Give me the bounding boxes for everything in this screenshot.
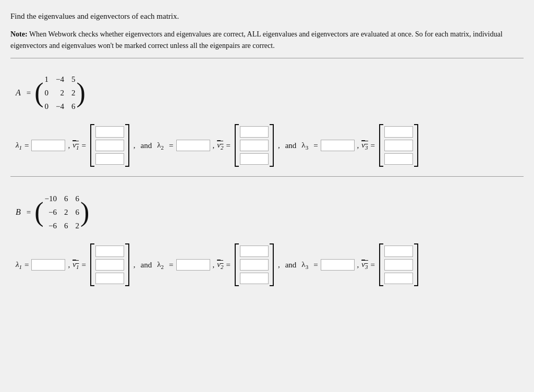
b-cell-02: 6 [76, 192, 80, 205]
a-cell-02: 5 [71, 73, 76, 85]
bracket-right-b3 [414, 243, 418, 286]
bracket-left [90, 124, 94, 167]
b-cell-20: −6 [45, 219, 57, 232]
a-cell-11: 2 [56, 87, 64, 99]
bracket-right [125, 124, 129, 167]
bracket-right-b2 [270, 243, 274, 286]
matrix-b-paren: ( −10 6 6 −6 2 6 −6 6 2 ) [33, 192, 90, 232]
lambda3-b-input[interactable] [321, 259, 355, 271]
bracket-left-b1 [90, 243, 94, 286]
b-cell-01: 6 [64, 192, 68, 205]
lambda1-b-item: λ1 = [16, 259, 65, 271]
matrix-a-paren: ( 1 −4 5 0 2 2 0 −4 6 ) [33, 73, 87, 113]
v1-inputs [94, 124, 125, 167]
b-cell-10: −6 [45, 206, 57, 218]
note-text: When Webwork checks whether eigenvectors… [10, 30, 503, 50]
and-3: and [141, 261, 152, 270]
v3-item: v3 = [361, 124, 420, 167]
note-label: Note: [10, 30, 28, 38]
v2-b-bracket [235, 243, 274, 286]
v2-bracket [235, 124, 274, 167]
bracket-left-b2 [235, 243, 239, 286]
bracket-left-b3 [379, 243, 383, 286]
v1-b-item: v1 = [72, 243, 131, 286]
v3-b-input2[interactable] [384, 259, 413, 271]
v2-item: v2 = [217, 124, 275, 167]
a-cell-20: 0 [45, 100, 49, 113]
v1-a-input1[interactable] [95, 126, 124, 138]
a-cell-01: −4 [56, 73, 64, 85]
and-1: and [141, 141, 152, 150]
v2-a-input1[interactable] [240, 126, 269, 138]
v3-b-inputs [383, 243, 414, 286]
v3-bracket [379, 124, 418, 167]
lambda3-a-input[interactable] [321, 140, 355, 151]
divider-1 [10, 58, 524, 58]
instructions: Find the eigenvalues and eigenvectors of… [10, 10, 524, 22]
and-4: and [285, 261, 297, 270]
matrix-b-section: B = ( −10 6 6 −6 2 6 −6 6 2 ) λ1 = , [10, 187, 524, 286]
v1-a-input2[interactable] [95, 140, 124, 151]
divider-2 [10, 176, 524, 177]
b-cell-00: −10 [45, 192, 57, 205]
v2-a-input2[interactable] [240, 140, 269, 151]
v1-b-input1[interactable] [95, 246, 124, 257]
v1-b-inputs [94, 243, 125, 286]
b-cell-11: 2 [64, 206, 68, 218]
v1-b-input3[interactable] [95, 273, 124, 284]
bracket-right-2 [270, 124, 274, 167]
v1-bracket [90, 124, 129, 167]
v2-b-input1[interactable] [240, 246, 269, 257]
matrix-b-display: B = ( −10 6 6 −6 2 6 −6 6 2 ) [16, 192, 90, 232]
lambda1-item: λ1 = [16, 140, 65, 151]
note: Note: When Webwork checks whether eigenv… [10, 29, 524, 52]
v3-a-input3[interactable] [384, 153, 413, 165]
a-cell-12: 2 [71, 87, 76, 99]
and-2: and [285, 141, 297, 150]
bracket-right-b1 [125, 243, 129, 286]
v2-b-input3[interactable] [240, 273, 269, 284]
v3-b-input1[interactable] [384, 246, 413, 257]
lambda2-b-input[interactable] [176, 259, 210, 271]
paren-left-b: ( [34, 199, 43, 226]
bracket-left-2 [235, 124, 239, 167]
bracket-right-3 [414, 124, 418, 167]
v3-a-input2[interactable] [384, 140, 413, 151]
v1-b-bracket [90, 243, 129, 286]
v1-item: v1 = [72, 124, 131, 167]
lambda1-b-input[interactable] [31, 259, 65, 271]
matrix-a-display: A = ( 1 −4 5 0 2 2 0 −4 6 ) [16, 73, 87, 113]
lambda2-a-input[interactable] [176, 140, 210, 151]
v3-b-item: v3 = [361, 243, 420, 286]
v3-a-input1[interactable] [384, 126, 413, 138]
eigen-row-b: λ1 = , v1 = [10, 243, 524, 286]
v2-b-input2[interactable] [240, 259, 269, 271]
b-cell-22: 2 [76, 219, 80, 232]
problem-statement: Find the eigenvalues and eigenvectors of… [10, 10, 524, 58]
v2-b-item: v2 = [217, 243, 275, 286]
v2-b-inputs [239, 243, 270, 286]
a-cell-10: 0 [45, 87, 49, 99]
matrix-a-section: A = ( 1 −4 5 0 2 2 0 −4 6 ) λ1 = , [10, 68, 524, 177]
v2-a-input3[interactable] [240, 153, 269, 165]
v1-a-input3[interactable] [95, 153, 124, 165]
eigen-row-a: λ1 = , v1 = [10, 124, 524, 167]
matrix-a-label: A [16, 88, 21, 97]
paren-right-a: ) [77, 79, 86, 106]
v3-b-input3[interactable] [384, 273, 413, 284]
a-cell-22: 6 [71, 100, 76, 113]
b-cell-12: 6 [76, 206, 80, 218]
lambda1-a-input[interactable] [31, 140, 65, 151]
a-cell-00: 1 [45, 73, 49, 85]
a-cell-21: −4 [56, 100, 64, 113]
matrix-b-grid: −10 6 6 −6 2 6 −6 6 2 [45, 192, 79, 232]
paren-right-b: ) [80, 199, 89, 226]
matrix-b-label: B [16, 207, 21, 217]
v1-b-input2[interactable] [95, 259, 124, 271]
v3-b-bracket [379, 243, 418, 286]
v3-inputs [383, 124, 414, 167]
v2-inputs [239, 124, 270, 167]
matrix-a-grid: 1 −4 5 0 2 2 0 −4 6 [45, 73, 76, 113]
b-cell-21: 6 [64, 219, 68, 232]
bracket-left-3 [379, 124, 383, 167]
